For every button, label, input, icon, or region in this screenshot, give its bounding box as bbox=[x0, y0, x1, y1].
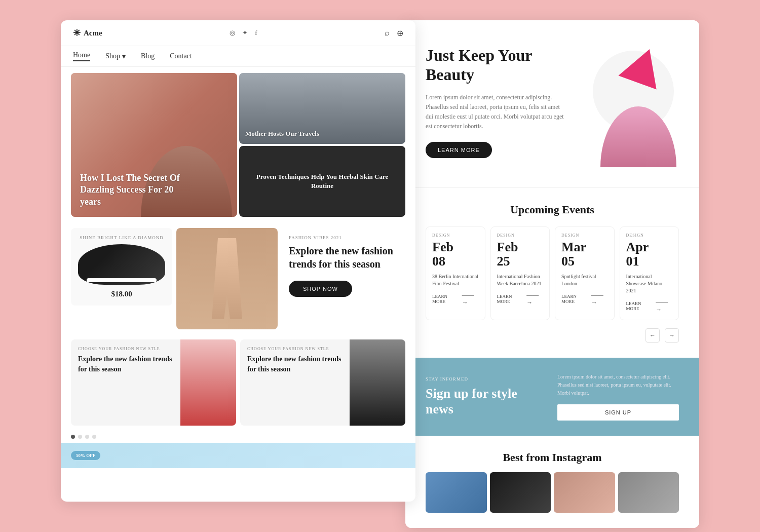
product-card-shoe[interactable]: SHINE BRIGHT LIKE A DIAMOND $18.00 bbox=[71, 228, 172, 306]
carousel-dots bbox=[61, 431, 415, 443]
event-category-2: DESIGN bbox=[561, 233, 608, 238]
black-dress-image bbox=[350, 339, 405, 426]
hero-main-card[interactable]: How I Lost The Secret Of Dazzling Succes… bbox=[71, 73, 237, 217]
page-wrapper: ✳ Acme ◎ ✦ f ⌕ ⊕ Home Shop ▾ Blog Contac… bbox=[0, 0, 760, 532]
fashion-cards-section: CHOOSE YOUR FASHION NEW STLE Explore the… bbox=[61, 334, 415, 431]
twitter-icon[interactable]: ✦ bbox=[242, 29, 248, 37]
event-card-3[interactable]: DESIGN Apr 01 International Showcase Mil… bbox=[620, 226, 679, 320]
signup-section: STAY INFORMED Sign up for style news Lor… bbox=[405, 358, 699, 436]
event-card-1[interactable]: DESIGN Feb 25 International Fashion Week… bbox=[490, 226, 550, 320]
fashion-card-sublabel-0: CHOOSE YOUR FASHION NEW STLE bbox=[78, 347, 173, 351]
fashion-card-0[interactable]: CHOOSE YOUR FASHION NEW STLE Explore the… bbox=[71, 339, 236, 426]
event-day-2: 05 bbox=[561, 254, 608, 269]
event-card-0[interactable]: DESIGN Feb 08 38 Berlin International Fi… bbox=[426, 226, 485, 320]
event-category-0: DESIGN bbox=[432, 233, 479, 238]
fashion-card-sublabel-1: CHOOSE YOUR FASHION NEW STLE bbox=[247, 347, 343, 351]
fashion-text-card: FASHION VIBES 2021 Explore the new fashi… bbox=[282, 228, 405, 304]
bottom-banner: 50% OFF bbox=[61, 443, 415, 468]
red-dress-image bbox=[180, 339, 236, 426]
left-panel: ✳ Acme ◎ ✦ f ⌕ ⊕ Home Shop ▾ Blog Contac… bbox=[61, 20, 415, 502]
event-arrow-2: ——→ bbox=[591, 291, 608, 307]
event-name-2: Spotlight festival London bbox=[561, 273, 608, 287]
instagram-item-4[interactable] bbox=[618, 472, 679, 513]
event-learn-0[interactable]: LEARN MORE ——→ bbox=[432, 291, 479, 307]
signup-description: Lorem ipsum dolor sit amet, consectetur … bbox=[557, 373, 679, 397]
learn-more-button[interactable]: LEARN MORE bbox=[426, 142, 492, 158]
stay-informed-label: STAY INFORMED bbox=[426, 376, 547, 382]
event-name-1: International Fashion Week Barcelona 202… bbox=[497, 273, 544, 287]
beauty-title: Just Keep Your Beauty bbox=[426, 46, 567, 85]
fashion-title: Explore the new fashion trends for this … bbox=[289, 244, 398, 271]
hero-main-title: How I Lost The Secret Of Dazzling Succes… bbox=[80, 172, 181, 208]
dot-2[interactable] bbox=[78, 435, 82, 439]
instagram-item-1[interactable] bbox=[426, 472, 487, 513]
shoe-image bbox=[78, 244, 165, 285]
event-month-3: Apr bbox=[626, 241, 673, 254]
event-month-0: Feb bbox=[432, 241, 479, 254]
events-prev-button[interactable]: ← bbox=[645, 328, 660, 343]
hero-grid: How I Lost The Secret Of Dazzling Succes… bbox=[61, 67, 415, 223]
dot-3[interactable] bbox=[85, 435, 89, 439]
events-next-button[interactable]: → bbox=[665, 328, 679, 343]
event-name-3: International Showcase Milano 2021 bbox=[626, 273, 673, 294]
nav-blog[interactable]: Blog bbox=[141, 52, 155, 60]
nav-action-icons: ⌕ ⊕ bbox=[385, 28, 403, 38]
search-icon[interactable]: ⌕ bbox=[385, 28, 390, 37]
instagram-item-3[interactable] bbox=[554, 472, 615, 513]
logo-icon: ✳ bbox=[73, 27, 81, 39]
fashion-vibes-label: FASHION VIBES 2021 bbox=[289, 235, 398, 240]
nav-shop[interactable]: Shop ▾ bbox=[105, 52, 126, 61]
event-arrow-1: ——→ bbox=[526, 291, 543, 307]
signup-title: Sign up for style news bbox=[426, 386, 547, 417]
events-grid: DESIGN Feb 08 38 Berlin International Fi… bbox=[426, 226, 679, 320]
instagram-section: Best from Instagram bbox=[405, 436, 699, 528]
event-arrow-3: ——→ bbox=[656, 298, 672, 314]
pants-shape bbox=[212, 238, 242, 319]
event-learn-2[interactable]: LEARN MORE ——→ bbox=[561, 291, 608, 307]
event-category-3: DESIGN bbox=[626, 233, 673, 238]
nav-home[interactable]: Home bbox=[73, 51, 90, 61]
event-learn-3[interactable]: LEARN MORE ——→ bbox=[626, 298, 673, 314]
fashion-card-img-1 bbox=[350, 339, 405, 426]
event-day-1: 25 bbox=[497, 254, 544, 269]
hero-bottom-right-title: Proven Techniques Help You Herbal Skin C… bbox=[246, 172, 398, 191]
event-day-0: 08 bbox=[432, 254, 479, 269]
sale-badge: 50% OFF bbox=[71, 451, 100, 460]
signup-button[interactable]: SIGN UP bbox=[557, 404, 679, 421]
product-price: $18.00 bbox=[78, 290, 165, 298]
hero-bottom-right-card[interactable]: Proven Techniques Help You Herbal Skin C… bbox=[239, 146, 405, 217]
product-label: SHINE BRIGHT LIKE A DIAMOND bbox=[78, 235, 165, 240]
instagram-icon[interactable]: ◎ bbox=[230, 29, 235, 37]
event-learn-1[interactable]: LEARN MORE ——→ bbox=[497, 291, 544, 307]
fashion-card-text-1: CHOOSE YOUR FASHION NEW STLE Explore the… bbox=[240, 339, 350, 426]
beauty-image bbox=[578, 46, 679, 167]
events-nav: ← → bbox=[426, 328, 679, 343]
beauty-description: Lorem ipsum dolor sit amet, consectetur … bbox=[426, 93, 567, 132]
beauty-section: Just Keep Your Beauty Lorem ipsum dolor … bbox=[405, 20, 699, 187]
cart-icon[interactable]: ⊕ bbox=[397, 28, 403, 38]
event-month-2: Mar bbox=[561, 241, 608, 254]
shop-chevron-icon: ▾ bbox=[122, 52, 126, 61]
hero-top-right-title: Mother Hosts Our Travels bbox=[245, 130, 319, 138]
event-arrow-0: ——→ bbox=[462, 291, 479, 307]
fashion-card-1[interactable]: CHOOSE YOUR FASHION NEW STLE Explore the… bbox=[240, 339, 405, 426]
hero-top-right-card[interactable]: Mother Hosts Our Travels bbox=[239, 73, 405, 144]
product-section: SHINE BRIGHT LIKE A DIAMOND $18.00 FASHI… bbox=[61, 223, 415, 334]
instagram-item-2[interactable] bbox=[490, 472, 551, 513]
event-card-2[interactable]: DESIGN Mar 05 Spotlight festival London … bbox=[555, 226, 615, 320]
pants-image bbox=[176, 228, 278, 329]
dot-4[interactable] bbox=[92, 435, 96, 439]
facebook-icon[interactable]: f bbox=[255, 29, 257, 37]
social-links: ◎ ✦ f bbox=[112, 29, 374, 37]
product-card-pants[interactable] bbox=[176, 228, 278, 329]
beauty-text: Just Keep Your Beauty Lorem ipsum dolor … bbox=[426, 46, 567, 158]
event-category-1: DESIGN bbox=[497, 233, 544, 238]
dot-1[interactable] bbox=[71, 435, 75, 439]
instagram-title: Best from Instagram bbox=[426, 451, 679, 464]
fashion-card-img-0 bbox=[180, 339, 236, 426]
right-panel: Just Keep Your Beauty Lorem ipsum dolor … bbox=[405, 20, 699, 528]
shop-now-button[interactable]: SHOP NOW bbox=[289, 281, 352, 297]
logo: ✳ Acme bbox=[73, 27, 102, 39]
fashion-card-text-0: CHOOSE YOUR FASHION NEW STLE Explore the… bbox=[71, 339, 180, 426]
nav-contact[interactable]: Contact bbox=[170, 52, 192, 60]
